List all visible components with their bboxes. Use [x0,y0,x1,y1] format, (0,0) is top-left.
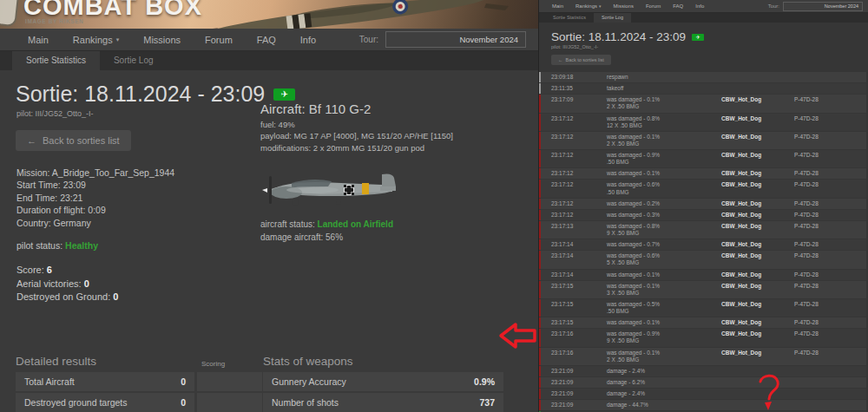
detailed-results-table: Detailed results Scoring Total Aircraft0… [16,355,262,412]
page-title-small: Sortie: 18.11.2024 - 23:09 [551,30,686,43]
nav-item-forum[interactable]: Forum [640,0,667,12]
aircraft-details: fuel: 49%payload: MG 17 AP [4000], MG 15… [260,119,521,154]
weapon-value: 0.9% [474,376,495,387]
nav-item-main[interactable]: Main [546,0,569,12]
score-line-aerial-victories: Aerial victories: 0 [16,278,538,291]
info-line: fuel: 49% [260,119,521,130]
tour-select[interactable]: November 2024 [783,2,863,11]
log-event-text: was damaged - 0.8% [607,223,721,230]
caret-down-icon: ▾ [116,36,120,43]
log-event: was damaged - 0.9%.50 BMG [607,152,721,166]
log-event-text: was damaged - 0.1% [607,271,721,278]
nav-item-label: Missions [143,35,181,45]
log-time: 23:17:12 [541,200,607,207]
tour-select[interactable]: November 2024 [385,31,526,48]
tab-sortie-statistics[interactable]: Sortie Statistics [545,13,594,23]
log-row: 23:17:15was damaged - 0.5%.50 BMGCBW_Hot… [539,299,866,317]
sortie-statistics-page: COMBAT BOX IMAGE BY RIKSEN MainRankings▾… [0,0,538,412]
log-time: 23:17:12 [541,212,607,219]
log-event: damage - 6.2% [607,379,721,386]
log-attacker-aircraft: P-47D-28 [794,252,866,266]
result-label: Total Aircraft [24,376,75,387]
result-cell: Total Aircraft0 [16,372,194,391]
log-time: 23:17:15 [541,283,607,297]
log-event: was damaged - 0.8%9 X .50 BMG [607,223,721,237]
scoring-column-header: Scoring [194,360,262,368]
nav-item-forum[interactable]: Forum [193,29,245,50]
log-event: takeoff [607,85,721,92]
table-row-destroyed-ground-targets: Destroyed ground targets0 [16,393,262,412]
pilot-status-label: pilot status: [16,240,62,251]
nav-item-label: FAQ [673,3,683,9]
nav-item-label: Info [695,3,704,9]
log-event-detail: 9 X .50 BMG [607,230,721,237]
nav-item-faq[interactable]: FAQ [245,29,288,50]
score-label: Aerial victories: [16,278,84,289]
back-button-label: Back to sorties list [566,57,604,62]
back-to-sorties-button[interactable]: ← Back to sorties list [16,130,131,151]
nav-item-info[interactable]: Info [689,0,710,12]
log-row: 23:17:16was damaged - 0.1%2 X .50 BMGCBW… [539,348,866,365]
log-time: 23:17:12 [541,181,607,195]
tab-sortie-statistics[interactable]: Sortie Statistics [12,51,100,70]
log-attacker: CBW_Hot_Dog [721,134,794,147]
log-event-text: respawn [607,74,721,81]
nav-item-missions[interactable]: Missions [608,0,640,12]
info-line: Country: Germany [16,217,260,229]
log-event: was damaged - 0.1% [607,319,721,326]
log-event-text: was damaged - 0.1% [607,170,721,177]
aircraft-class-badge: ✈ [273,88,295,101]
log-attacker: CBW_Hot_Dog [721,330,794,344]
nav-item-label: Forum [205,35,233,45]
log-attacker: CBW_Hot_Dog [721,212,794,219]
site-banner: COMBAT BOX IMAGE BY RIKSEN [0,0,538,29]
weapon-label: Number of shots [272,397,339,408]
log-attacker: CBW_Hot_Dog [721,181,794,195]
nav-item-info[interactable]: Info [288,29,328,50]
log-row: 23:17:09was damaged - 0.1%2 X .50 BMGCBW… [539,95,866,112]
aircraft-status-value: Landed on Airfield [318,219,393,229]
nav-item-label: FAQ [257,35,276,45]
log-time: 23:09:18 [541,74,607,81]
score-label: Destroyed on Ground: [16,291,113,302]
log-event-text: damage - 44.7% [607,402,721,409]
log-time: 23:17:09 [541,96,607,110]
log-time: 23:21:09 [541,390,607,397]
log-event: was damaged - 0.9%9 X .50 BMG [607,330,721,344]
tab-sortie-log[interactable]: Sortie Log [594,13,631,23]
log-attacker-aircraft [794,402,866,409]
log-attacker [721,402,794,409]
log-time: 23:11:35 [541,85,607,92]
log-attacker-aircraft: P-47D-28 [794,152,866,166]
log-event: was damaged - 0.1%2 X .50 BMG [607,134,721,147]
nav-item-rankings[interactable]: Rankings▾ [61,29,131,50]
score-value: 6 [47,265,52,275]
log-attacker-aircraft: P-47D-28 [794,212,866,219]
score-line-score: Score: 6 [16,264,538,277]
log-row: 23:17:14was damaged - 0.6%5 X .50 BMGCBW… [539,251,866,268]
log-attacker [721,379,794,386]
back-to-sorties-button-small[interactable]: ← Back to sorties list [551,55,611,65]
nav-item-label: Forum [646,3,661,9]
log-attacker: CBW_Hot_Dog [721,152,794,166]
nav-item-label: Main [28,35,49,45]
nav-item-main[interactable]: Main [16,29,61,50]
log-event: was damaged - 0.1% [607,271,721,278]
info-line: Mission: A_Bridge_Too_Far_Sep_1944 [16,167,260,179]
tour-selector: Tour:November 2024 [359,31,538,48]
tab-sortie-log[interactable]: Sortie Log [100,51,168,70]
log-attacker-aircraft: P-47D-28 [794,134,866,147]
log-event-detail: 2 X .50 BMG [607,103,721,110]
nav-item-faq[interactable]: FAQ [667,0,689,12]
log-event: was damaged - 0.1% [607,170,721,177]
sortie-content: Sortie: 18.11.2024 - 23:09 ✈ pilot: III/… [0,82,538,412]
log-row: 23:17:15was damaged - 0.1%CBW_Hot_DogP-4… [539,317,866,328]
log-row: 23:21:09damage - 2.4% [539,366,866,376]
log-event-text: was damaged - 0.6% [607,181,721,188]
log-event-detail: 2 X .50 BMG [607,356,721,363]
nav-item-missions[interactable]: Missions [131,29,193,50]
log-event-detail: 3 X .50 BMG [607,290,721,297]
aircraft-class-badge-small: ✈ [692,34,704,41]
log-event: was damaged - 0.1%2 X .50 BMG [607,96,721,110]
nav-item-rankings[interactable]: Rankings▾ [569,0,608,12]
